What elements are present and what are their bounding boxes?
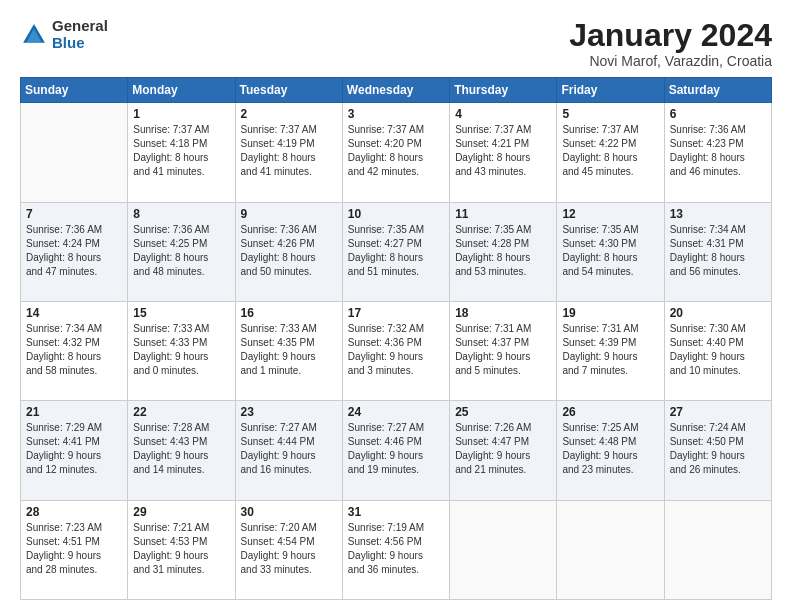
day-info-line: Sunrise: 7:33 AM bbox=[133, 322, 229, 336]
day-info-line: Sunset: 4:41 PM bbox=[26, 435, 122, 449]
day-info-line: Sunset: 4:37 PM bbox=[455, 336, 551, 350]
day-number: 9 bbox=[241, 207, 337, 221]
day-number: 25 bbox=[455, 405, 551, 419]
day-info-line: Sunrise: 7:31 AM bbox=[455, 322, 551, 336]
day-info-line: and 58 minutes. bbox=[26, 364, 122, 378]
cell-3-7: 20Sunrise: 7:30 AMSunset: 4:40 PMDayligh… bbox=[664, 301, 771, 400]
day-info-line: Sunrise: 7:37 AM bbox=[241, 123, 337, 137]
day-info-line: Sunrise: 7:20 AM bbox=[241, 521, 337, 535]
day-info-line: Sunrise: 7:24 AM bbox=[670, 421, 766, 435]
day-info-line: Sunset: 4:40 PM bbox=[670, 336, 766, 350]
cell-4-1: 21Sunrise: 7:29 AMSunset: 4:41 PMDayligh… bbox=[21, 401, 128, 500]
day-info-line: Daylight: 8 hours bbox=[562, 151, 658, 165]
cell-5-7 bbox=[664, 500, 771, 599]
cell-4-7: 27Sunrise: 7:24 AMSunset: 4:50 PMDayligh… bbox=[664, 401, 771, 500]
cell-2-4: 10Sunrise: 7:35 AMSunset: 4:27 PMDayligh… bbox=[342, 202, 449, 301]
day-info-line: Daylight: 9 hours bbox=[455, 350, 551, 364]
day-info-line: and 51 minutes. bbox=[348, 265, 444, 279]
cell-1-6: 5Sunrise: 7:37 AMSunset: 4:22 PMDaylight… bbox=[557, 103, 664, 202]
day-info-line: and 12 minutes. bbox=[26, 463, 122, 477]
day-info-line: Sunrise: 7:36 AM bbox=[26, 223, 122, 237]
day-info-line: Sunset: 4:50 PM bbox=[670, 435, 766, 449]
day-info-line: Sunrise: 7:19 AM bbox=[348, 521, 444, 535]
day-info-line: Daylight: 8 hours bbox=[241, 251, 337, 265]
day-number: 16 bbox=[241, 306, 337, 320]
col-thursday: Thursday bbox=[450, 78, 557, 103]
day-info-line: and 23 minutes. bbox=[562, 463, 658, 477]
cell-5-2: 29Sunrise: 7:21 AMSunset: 4:53 PMDayligh… bbox=[128, 500, 235, 599]
day-number: 1 bbox=[133, 107, 229, 121]
day-info-line: and 56 minutes. bbox=[670, 265, 766, 279]
day-info-line: Sunset: 4:54 PM bbox=[241, 535, 337, 549]
day-info-line: Sunset: 4:24 PM bbox=[26, 237, 122, 251]
day-info-line: Sunset: 4:23 PM bbox=[670, 137, 766, 151]
day-info-line: Daylight: 9 hours bbox=[26, 549, 122, 563]
day-number: 18 bbox=[455, 306, 551, 320]
day-info-line: Sunrise: 7:37 AM bbox=[562, 123, 658, 137]
cell-1-7: 6Sunrise: 7:36 AMSunset: 4:23 PMDaylight… bbox=[664, 103, 771, 202]
day-info-line: Sunset: 4:22 PM bbox=[562, 137, 658, 151]
cell-4-2: 22Sunrise: 7:28 AMSunset: 4:43 PMDayligh… bbox=[128, 401, 235, 500]
day-info-line: Sunset: 4:36 PM bbox=[348, 336, 444, 350]
day-info-line: Sunset: 4:30 PM bbox=[562, 237, 658, 251]
cell-1-5: 4Sunrise: 7:37 AMSunset: 4:21 PMDaylight… bbox=[450, 103, 557, 202]
cell-5-4: 31Sunrise: 7:19 AMSunset: 4:56 PMDayligh… bbox=[342, 500, 449, 599]
day-info-line: Daylight: 8 hours bbox=[26, 350, 122, 364]
day-info-line: and 47 minutes. bbox=[26, 265, 122, 279]
day-info-line: Sunset: 4:44 PM bbox=[241, 435, 337, 449]
day-number: 21 bbox=[26, 405, 122, 419]
day-info-line: Sunset: 4:20 PM bbox=[348, 137, 444, 151]
day-info-line: Sunrise: 7:34 AM bbox=[26, 322, 122, 336]
day-info-line: and 26 minutes. bbox=[670, 463, 766, 477]
day-info-line: Sunset: 4:18 PM bbox=[133, 137, 229, 151]
day-number: 23 bbox=[241, 405, 337, 419]
day-info-line: and 14 minutes. bbox=[133, 463, 229, 477]
day-number: 13 bbox=[670, 207, 766, 221]
day-info-line: and 0 minutes. bbox=[133, 364, 229, 378]
day-info-line: Daylight: 8 hours bbox=[562, 251, 658, 265]
col-wednesday: Wednesday bbox=[342, 78, 449, 103]
cell-4-4: 24Sunrise: 7:27 AMSunset: 4:46 PMDayligh… bbox=[342, 401, 449, 500]
cell-3-5: 18Sunrise: 7:31 AMSunset: 4:37 PMDayligh… bbox=[450, 301, 557, 400]
day-info-line: and 1 minute. bbox=[241, 364, 337, 378]
cell-2-5: 11Sunrise: 7:35 AMSunset: 4:28 PMDayligh… bbox=[450, 202, 557, 301]
day-info-line: Sunrise: 7:29 AM bbox=[26, 421, 122, 435]
day-info-line: and 10 minutes. bbox=[670, 364, 766, 378]
day-info-line: Daylight: 9 hours bbox=[670, 350, 766, 364]
day-info-line: Daylight: 9 hours bbox=[26, 449, 122, 463]
cell-1-3: 2Sunrise: 7:37 AMSunset: 4:19 PMDaylight… bbox=[235, 103, 342, 202]
day-info-line: Daylight: 9 hours bbox=[241, 549, 337, 563]
day-info-line: Sunset: 4:31 PM bbox=[670, 237, 766, 251]
day-info-line: Sunrise: 7:26 AM bbox=[455, 421, 551, 435]
day-info-line: Daylight: 8 hours bbox=[455, 151, 551, 165]
day-info-line: and 3 minutes. bbox=[348, 364, 444, 378]
day-info-line: Sunrise: 7:31 AM bbox=[562, 322, 658, 336]
logo-icon bbox=[20, 21, 48, 49]
col-friday: Friday bbox=[557, 78, 664, 103]
day-info-line: Sunrise: 7:37 AM bbox=[348, 123, 444, 137]
day-info-line: Sunrise: 7:27 AM bbox=[241, 421, 337, 435]
cell-2-1: 7Sunrise: 7:36 AMSunset: 4:24 PMDaylight… bbox=[21, 202, 128, 301]
day-number: 12 bbox=[562, 207, 658, 221]
day-number: 4 bbox=[455, 107, 551, 121]
week-row-2: 7Sunrise: 7:36 AMSunset: 4:24 PMDaylight… bbox=[21, 202, 772, 301]
day-number: 7 bbox=[26, 207, 122, 221]
day-number: 19 bbox=[562, 306, 658, 320]
day-number: 8 bbox=[133, 207, 229, 221]
day-number: 5 bbox=[562, 107, 658, 121]
day-info-line: Daylight: 8 hours bbox=[348, 151, 444, 165]
day-info-line: Sunrise: 7:23 AM bbox=[26, 521, 122, 535]
cell-4-5: 25Sunrise: 7:26 AMSunset: 4:47 PMDayligh… bbox=[450, 401, 557, 500]
cell-2-3: 9Sunrise: 7:36 AMSunset: 4:26 PMDaylight… bbox=[235, 202, 342, 301]
header-row: Sunday Monday Tuesday Wednesday Thursday… bbox=[21, 78, 772, 103]
day-info-line: Daylight: 9 hours bbox=[133, 350, 229, 364]
cell-5-6 bbox=[557, 500, 664, 599]
day-number: 10 bbox=[348, 207, 444, 221]
title-block: January 2024 Novi Marof, Varazdin, Croat… bbox=[569, 18, 772, 69]
day-info-line: Daylight: 8 hours bbox=[133, 251, 229, 265]
cell-5-1: 28Sunrise: 7:23 AMSunset: 4:51 PMDayligh… bbox=[21, 500, 128, 599]
day-info-line: Sunset: 4:43 PM bbox=[133, 435, 229, 449]
col-sunday: Sunday bbox=[21, 78, 128, 103]
week-row-3: 14Sunrise: 7:34 AMSunset: 4:32 PMDayligh… bbox=[21, 301, 772, 400]
calendar-subtitle: Novi Marof, Varazdin, Croatia bbox=[569, 53, 772, 69]
